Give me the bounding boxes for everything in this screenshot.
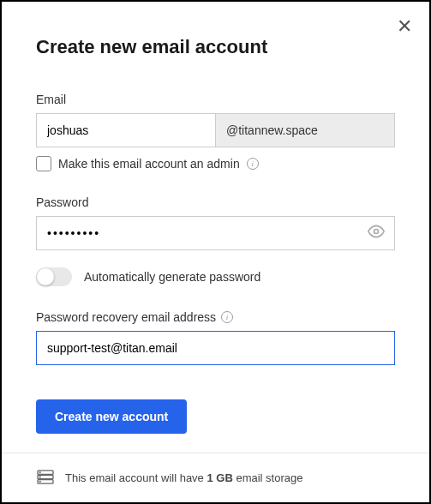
close-button[interactable]: ✕ xyxy=(397,17,412,36)
svg-point-6 xyxy=(39,481,40,482)
footer-text: This email account will have 1 GB email … xyxy=(65,471,302,484)
info-icon[interactable]: i xyxy=(247,158,259,170)
svg-point-4 xyxy=(39,472,40,473)
svg-point-0 xyxy=(374,230,379,234)
recovery-label: Password recovery email address i xyxy=(36,310,395,324)
modal-content: Create new email account Email @titannew… xyxy=(2,2,429,453)
admin-row: Make this email account an admin i xyxy=(36,156,395,171)
password-wrap xyxy=(36,216,395,250)
footer-prefix: This email account will have xyxy=(65,471,207,484)
eye-icon[interactable] xyxy=(368,223,385,243)
modal-title: Create new email account xyxy=(36,36,395,58)
recovery-input[interactable] xyxy=(36,331,395,365)
autogen-label: Automatically generate password xyxy=(84,270,260,284)
admin-checkbox[interactable] xyxy=(36,156,51,171)
password-label: Password xyxy=(36,195,395,209)
autogen-toggle[interactable] xyxy=(36,267,72,286)
svg-point-5 xyxy=(39,477,40,477)
admin-label: Make this email account an admin xyxy=(58,157,240,171)
password-input[interactable] xyxy=(36,216,395,250)
info-icon[interactable]: i xyxy=(221,311,233,323)
create-account-button[interactable]: Create new account xyxy=(36,399,187,434)
email-domain: @titannew.space xyxy=(215,113,395,147)
toggle-knob xyxy=(37,268,54,285)
autogen-row: Automatically generate password xyxy=(36,267,395,286)
recovery-label-text: Password recovery email address xyxy=(36,310,216,324)
footer: This email account will have 1 GB email … xyxy=(2,453,429,502)
email-input[interactable] xyxy=(36,113,215,147)
footer-suffix: email storage xyxy=(233,471,303,484)
create-email-modal: ✕ Create new email account Email @titann… xyxy=(2,2,429,502)
close-icon: ✕ xyxy=(397,15,412,37)
email-row: @titannew.space xyxy=(36,113,395,147)
email-label: Email xyxy=(36,93,395,106)
footer-amount: 1 GB xyxy=(207,471,232,484)
storage-icon xyxy=(36,469,55,487)
